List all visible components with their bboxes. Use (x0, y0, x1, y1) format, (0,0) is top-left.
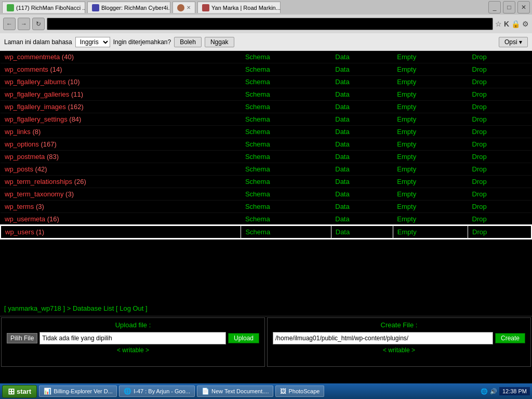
table-cell-empty[interactable]: Empty (393, 63, 468, 76)
table-cell-empty[interactable]: Empty (393, 101, 468, 113)
table-cell-empty[interactable]: Empty (393, 213, 468, 226)
tab-3[interactable]: ✕ (172, 2, 195, 13)
table-cell-drop[interactable]: Drop (468, 138, 531, 151)
table-cell-data[interactable]: Data (331, 151, 393, 163)
table-cell-data[interactable]: Data (331, 51, 393, 63)
table-cell-name[interactable]: wp_users (1) (1, 225, 241, 238)
table-cell-empty[interactable]: Empty (393, 201, 468, 213)
table-cell-empty[interactable]: Empty (393, 113, 468, 126)
table-cell-schema[interactable]: Schema (241, 63, 331, 76)
table-cell-drop[interactable]: Drop (468, 163, 531, 176)
back-button[interactable]: ← (3, 18, 16, 30)
table-cell-drop[interactable]: Drop (468, 51, 531, 63)
table-cell-schema[interactable]: Schema (241, 163, 331, 176)
table-cell-empty[interactable]: Empty (393, 126, 468, 138)
address-bar[interactable] (47, 18, 493, 30)
table-cell-name[interactable]: wp_postmeta (83) (1, 151, 241, 163)
file-name-input[interactable] (39, 332, 226, 344)
table-cell-name[interactable]: wp_comments (14) (1, 63, 241, 76)
table-cell-drop[interactable]: Drop (468, 88, 531, 101)
tab-1[interactable]: (117) RichMan FiboNacci ... ✕ (2, 2, 85, 13)
taskbar-item-google[interactable]: 🌐 I-47 : By Arjun - Goo... (119, 385, 195, 397)
table-cell-drop[interactable]: Drop (468, 188, 531, 201)
taskbar-item-photoscape[interactable]: 🖼 PhotoScape (275, 385, 324, 397)
table-cell-name[interactable]: wp_usermeta (16) (1, 213, 241, 226)
table-cell-empty[interactable]: Empty (393, 188, 468, 201)
forward-button[interactable]: → (18, 18, 30, 30)
table-cell-drop[interactable]: Drop (468, 151, 531, 163)
table-cell-name[interactable]: wp_commentmeta (40) (1, 51, 241, 63)
table-cell-empty[interactable]: Empty (393, 163, 468, 176)
table-cell-empty[interactable]: Empty (393, 88, 468, 101)
table-cell-name[interactable]: wp_flgallery_images (162) (1, 101, 241, 113)
table-cell-schema[interactable]: Schema (241, 151, 331, 163)
table-cell-data[interactable]: Data (331, 126, 393, 138)
table-cell-schema[interactable]: Schema (241, 138, 331, 151)
table-cell-schema[interactable]: Schema (241, 88, 331, 101)
table-cell-data[interactable]: Data (331, 113, 393, 126)
table-cell-name[interactable]: wp_flgallery_galleries (11) (1, 88, 241, 101)
table-cell-empty[interactable]: Empty (393, 51, 468, 63)
table-cell-data[interactable]: Data (331, 88, 393, 101)
table-cell-schema[interactable]: Schema (241, 113, 331, 126)
translate-yes-button[interactable]: Boleh (174, 37, 202, 47)
table-cell-drop[interactable]: Drop (468, 176, 531, 188)
table-cell-data[interactable]: Data (331, 225, 393, 238)
table-cell-schema[interactable]: Schema (241, 213, 331, 226)
close-button[interactable]: ✕ (517, 1, 530, 14)
minimize-button[interactable]: _ (488, 1, 501, 14)
create-button[interactable]: Create (495, 333, 525, 343)
translate-no-button[interactable]: Nggak (205, 37, 234, 47)
table-cell-schema[interactable]: Schema (241, 76, 331, 88)
maximize-button[interactable]: □ (503, 1, 515, 14)
table-cell-drop[interactable]: Drop (468, 76, 531, 88)
table-cell-name[interactable]: wp_posts (42) (1, 163, 241, 176)
tab-4[interactable]: Yan Marka | Road Markin... ✕ (197, 2, 281, 13)
table-cell-schema[interactable]: Schema (241, 126, 331, 138)
table-cell-schema[interactable]: Schema (241, 201, 331, 213)
table-cell-name[interactable]: wp_links (8) (1, 126, 241, 138)
table-cell-drop[interactable]: Drop (468, 63, 531, 76)
star-icon[interactable]: ☆ (495, 20, 502, 28)
table-cell-data[interactable]: Data (331, 213, 393, 226)
create-path-input[interactable] (273, 332, 493, 344)
table-cell-name[interactable]: wp_options (167) (1, 138, 241, 151)
security-icon[interactable]: 🔒 (511, 20, 520, 28)
taskbar-item-notepad[interactable]: 📄 New Text Document.... (197, 385, 273, 397)
table-cell-data[interactable]: Data (331, 176, 393, 188)
choose-file-button[interactable]: Pilih File (7, 333, 37, 343)
table-cell-drop[interactable]: Drop (468, 225, 531, 238)
table-cell-schema[interactable]: Schema (241, 188, 331, 201)
upload-button[interactable]: Upload (228, 333, 259, 343)
table-cell-name[interactable]: wp_flgallery_albums (10) (1, 76, 241, 88)
table-cell-empty[interactable]: Empty (393, 176, 468, 188)
table-cell-drop[interactable]: Drop (468, 101, 531, 113)
table-cell-schema[interactable]: Schema (241, 51, 331, 63)
table-cell-data[interactable]: Data (331, 138, 393, 151)
table-cell-drop[interactable]: Drop (468, 201, 531, 213)
table-cell-empty[interactable]: Empty (393, 225, 468, 238)
table-cell-drop[interactable]: Drop (468, 213, 531, 226)
translate-options-button[interactable]: Opsi ▾ (499, 37, 528, 47)
browser-icon-k[interactable]: K (504, 20, 509, 28)
tab-3-close[interactable]: ✕ (187, 5, 191, 10)
table-cell-data[interactable]: Data (331, 201, 393, 213)
table-cell-empty[interactable]: Empty (393, 138, 468, 151)
table-cell-name[interactable]: wp_term_taxonomy (3) (1, 188, 241, 201)
table-cell-data[interactable]: Data (331, 76, 393, 88)
table-cell-empty[interactable]: Empty (393, 151, 468, 163)
table-cell-schema[interactable]: Schema (241, 101, 331, 113)
table-cell-schema[interactable]: Schema (241, 176, 331, 188)
settings-icon[interactable]: ⚙ (522, 20, 529, 28)
table-cell-drop[interactable]: Drop (468, 113, 531, 126)
table-cell-schema[interactable]: Schema (241, 225, 331, 238)
table-cell-drop[interactable]: Drop (468, 126, 531, 138)
table-cell-name[interactable]: wp_term_relationships (26) (1, 176, 241, 188)
table-cell-empty[interactable]: Empty (393, 76, 468, 88)
table-cell-data[interactable]: Data (331, 63, 393, 76)
start-button[interactable]: ⊞ start (2, 385, 37, 398)
table-cell-data[interactable]: Data (331, 101, 393, 113)
table-cell-data[interactable]: Data (331, 188, 393, 201)
table-cell-name[interactable]: wp_flgallery_settings (84) (1, 113, 241, 126)
refresh-button[interactable]: ↻ (32, 18, 45, 30)
